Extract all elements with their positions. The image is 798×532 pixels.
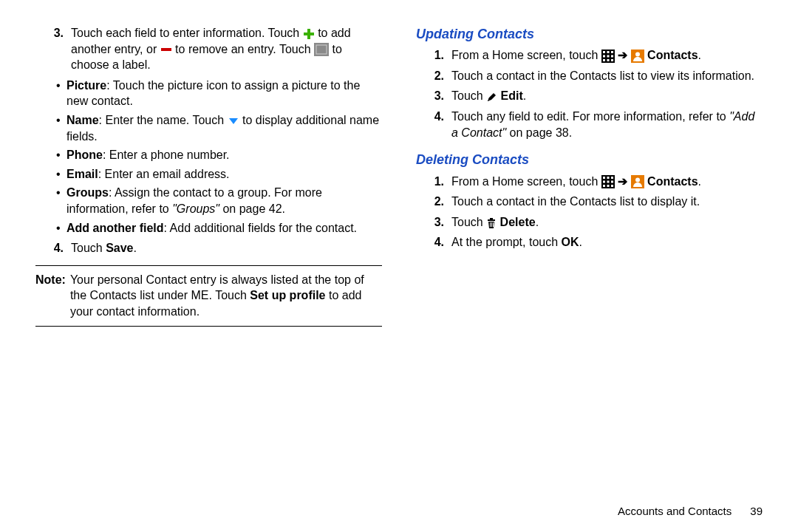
bullet-name: • Name: Enter the name. Touch to display… [56, 112, 382, 144]
text: Touch each field to enter information. T… [71, 27, 303, 39]
right-column: Updating Contacts 1. From a Home screen,… [416, 25, 763, 495]
svg-rect-2 [161, 48, 171, 51]
step-4: 4. Touch Save. [35, 240, 382, 256]
svg-rect-22 [607, 177, 609, 179]
svg-rect-1 [304, 33, 314, 35]
step-body: Touch Delete. [451, 214, 763, 231]
text: From a Home screen, touch [451, 49, 601, 61]
svg-rect-7 [603, 51, 605, 53]
bullet-dot: • [56, 147, 66, 163]
text: on page 42. [219, 202, 285, 215]
svg-rect-25 [607, 181, 609, 183]
svg-rect-28 [607, 185, 609, 187]
step-number: 2. [416, 68, 451, 84]
footer-page-number: 39 [750, 505, 763, 517]
bullet-label: Phone [66, 149, 103, 161]
step-number: 3. [35, 25, 71, 73]
text: Touch [451, 216, 486, 228]
minus-icon [160, 44, 172, 55]
svg-rect-27 [603, 185, 605, 187]
svg-rect-9 [611, 51, 613, 53]
step-number: 4. [35, 240, 71, 256]
svg-rect-26 [611, 181, 613, 183]
svg-rect-33 [490, 218, 493, 219]
updating-step-4: 4. Touch any field to edit. For more inf… [416, 109, 763, 140]
bullet-body: Phone: Enter a phone number. [66, 147, 230, 163]
columns: 3. Touch each field to enter information… [35, 25, 763, 495]
footer-section: Accounts and Contacts [618, 505, 732, 517]
svg-rect-21 [603, 177, 605, 179]
svg-rect-36 [493, 222, 494, 227]
note-block: Note: Your personal Contact entry is alw… [35, 265, 382, 327]
text: . [536, 216, 539, 228]
apps-grid-icon [601, 175, 615, 188]
svg-marker-5 [229, 118, 238, 124]
svg-rect-14 [607, 59, 609, 61]
svg-rect-13 [603, 59, 605, 61]
bullet-body: Groups: Assign the contact to a group. F… [66, 185, 382, 216]
bullet-email: • Email: Enter an email address. [56, 166, 382, 183]
bullet-body: Email: Enter an email address. [66, 166, 230, 183]
note-label: Note: [35, 272, 70, 320]
svg-rect-35 [491, 222, 492, 227]
emphasis: Edit [501, 89, 523, 102]
text: . [579, 236, 582, 248]
svg-rect-24 [603, 181, 605, 183]
updating-step-3: 3. Touch Edit. [416, 88, 763, 104]
text: : Enter an email address. [98, 168, 230, 180]
deleting-step-1: 1. From a Home screen, touch ➔ Contacts. [416, 174, 763, 190]
step-body: Touch a contact in the Contacts list to … [451, 68, 763, 84]
arrow-text: ➔ [618, 175, 630, 188]
bullet-label: Picture [66, 79, 106, 92]
text: From a Home screen, touch [451, 175, 601, 188]
cross-reference: "Groups" [172, 202, 219, 215]
svg-rect-32 [488, 219, 495, 221]
deleting-step-4: 4. At the prompt, touch OK. [416, 234, 763, 250]
bullet-phone: • Phone: Enter a phone number. [56, 147, 382, 163]
trash-icon [486, 217, 497, 229]
text: : Touch the picture icon to assign a pic… [66, 79, 360, 108]
text: . [698, 49, 701, 61]
contacts-icon [631, 175, 644, 188]
emphasis: Save [106, 242, 133, 254]
apps-grid-icon [601, 50, 615, 63]
svg-rect-11 [607, 55, 609, 58]
text: Touch [71, 242, 106, 254]
svg-rect-8 [607, 51, 609, 53]
bullet-label: Name [66, 114, 99, 126]
step-body: At the prompt, touch OK. [451, 234, 763, 250]
emphasis: Contacts [647, 175, 698, 188]
step-body: Touch Save. [71, 240, 382, 256]
step-number: 4. [416, 234, 451, 250]
text: . [523, 89, 526, 102]
step-number: 4. [416, 109, 451, 140]
emphasis: Contacts [647, 49, 698, 61]
svg-point-17 [635, 52, 640, 57]
bullet-body: Picture: Touch the picture icon to assig… [66, 78, 382, 109]
bullet-dot: • [56, 220, 66, 236]
updating-step-2: 2. Touch a contact in the Contacts list … [416, 68, 763, 84]
step-body: Touch Edit. [451, 88, 763, 104]
step-number: 2. [416, 194, 451, 210]
edit-pencil-icon [486, 92, 497, 103]
svg-rect-12 [611, 55, 613, 58]
contacts-icon [631, 50, 644, 63]
step-number: 3. [416, 88, 451, 104]
deleting-step-2: 2. Touch a contact in the Contacts list … [416, 194, 763, 210]
updating-step-1: 1. From a Home screen, touch ➔ Contacts. [416, 47, 763, 64]
step-number: 1. [416, 174, 451, 190]
bullet-label: Groups [66, 186, 109, 199]
text: . [698, 175, 701, 188]
text: At the prompt, touch [451, 236, 562, 248]
text: Touch [451, 89, 486, 102]
bullet-dot: • [56, 185, 66, 216]
note: Note: Your personal Contact entry is alw… [35, 272, 382, 320]
chevron-down-icon [228, 117, 239, 126]
step-body: Touch a contact in the Contacts list to … [451, 194, 763, 210]
deleting-step-3: 3. Touch Delete. [416, 214, 763, 231]
bullet-picture: • Picture: Touch the picture icon to ass… [56, 78, 382, 109]
svg-rect-34 [490, 222, 491, 227]
step-body: Touch each field to enter information. T… [71, 25, 382, 73]
text: to remove an entry. Touch [175, 43, 314, 55]
page: 3. Touch each field to enter information… [0, 0, 798, 532]
